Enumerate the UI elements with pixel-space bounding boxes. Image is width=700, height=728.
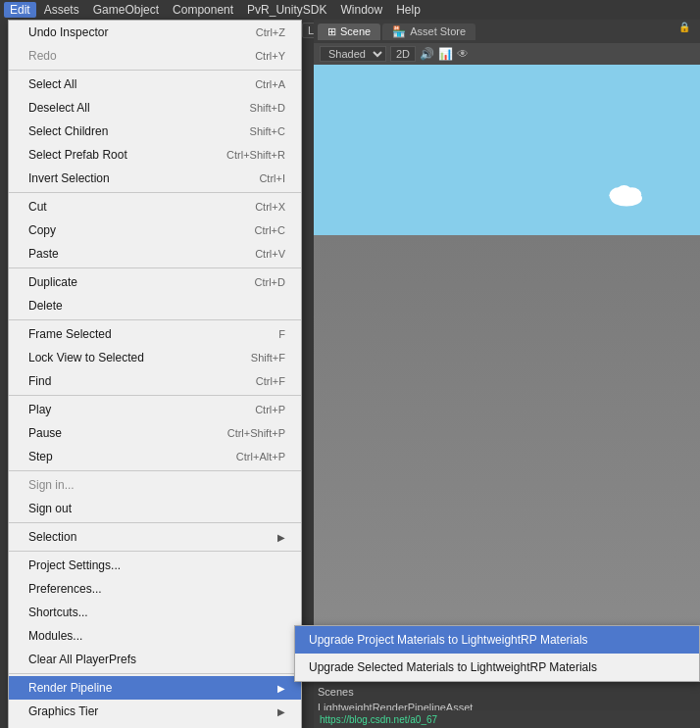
menu-item-find[interactable]: Find Ctrl+F (9, 369, 301, 393)
menu-item-invert-selection[interactable]: Invert Selection Ctrl+I (9, 167, 301, 190)
menu-item-lock-view-label: Lock View to Selected (28, 349, 144, 366)
menu-item-select-prefab-root-shortcut: Ctrl+Shift+R (226, 147, 285, 164)
tab-asset-store[interactable]: 🏪 Asset Store (382, 24, 475, 40)
menu-item-step[interactable]: Step Ctrl+Alt+P (9, 445, 301, 468)
menu-item-modules-label: Modules... (28, 627, 82, 645)
menu-item-paste[interactable]: Paste Ctrl+V (9, 242, 301, 266)
menu-item-redo-shortcut: Ctrl+Y (255, 48, 285, 65)
menu-item-play-label: Play (28, 401, 51, 418)
menu-item-sign-out[interactable]: Sign out (9, 497, 301, 520)
menu-item-cut[interactable]: Cut Ctrl+X (9, 195, 301, 218)
tab-scene[interactable]: ⊞ Scene (318, 24, 380, 40)
menu-component[interactable]: Component (167, 2, 239, 18)
separator-9 (9, 673, 301, 674)
submenu-item-upgrade-selected[interactable]: Upgrade Selected Materials to Lightweigh… (295, 654, 699, 681)
separator-5 (9, 395, 301, 396)
menu-item-cut-label: Cut (28, 198, 47, 216)
svg-point-3 (617, 185, 632, 199)
menu-item-pause[interactable]: Pause Ctrl+Shift+P (9, 421, 301, 445)
separator-2 (9, 192, 301, 193)
menu-item-undo-label: Undo Inspector (28, 24, 108, 41)
edit-dropdown-menu: Undo Inspector Ctrl+Z Redo Ctrl+Y Select… (8, 20, 302, 728)
menu-item-deselect-all[interactable]: Deselect All Shift+D (9, 96, 301, 120)
menu-item-select-prefab-root-label: Select Prefab Root (28, 146, 127, 164)
menu-item-undo-shortcut: Ctrl+Z (256, 24, 285, 41)
separator-6 (9, 470, 301, 471)
cloud-shape (607, 182, 646, 207)
gizmos-icon[interactable]: 👁 (457, 47, 469, 61)
menu-item-graphics-tier[interactable]: Graphics Tier ▶ (9, 700, 301, 723)
separator-8 (9, 551, 301, 552)
menu-item-sign-in[interactable]: Sign in... (9, 473, 301, 497)
menu-item-redo[interactable]: Redo Ctrl+Y (9, 44, 301, 68)
2d-button[interactable]: 2D (390, 46, 416, 62)
scene-panel-pin[interactable]: 🔒 (678, 22, 690, 32)
menu-item-snap-settings[interactable]: Snap Settings... (9, 723, 301, 728)
menu-item-clear-playerprefs-label: Clear All PlayerPrefs (28, 651, 136, 668)
render-pipeline-submenu: Upgrade Project Materials to Lightweight… (294, 625, 700, 682)
menu-item-redo-label: Redo (28, 47, 57, 65)
menu-item-selection-label: Selection (28, 528, 76, 546)
menu-edit[interactable]: Edit (4, 2, 36, 18)
menu-item-select-all-shortcut: Ctrl+A (255, 76, 285, 93)
menu-item-invert-selection-shortcut: Ctrl+I (259, 170, 285, 187)
menu-item-invert-selection-label: Invert Selection (28, 170, 110, 187)
separator-7 (9, 522, 301, 523)
menu-item-select-children-label: Select Children (28, 122, 108, 140)
menu-item-preferences-label: Preferences... (28, 580, 102, 598)
menu-item-shortcuts[interactable]: Shortcuts... (9, 601, 301, 624)
menu-item-deselect-all-label: Deselect All (28, 99, 90, 117)
scene-tab-icon: ⊞ (327, 25, 336, 38)
scene-tab-label: Scene (340, 25, 371, 37)
status-bar: https://blog.csdn.net/a0_67 (314, 710, 700, 728)
menu-item-lock-view-shortcut: Shift+F (251, 350, 285, 366)
menu-item-cut-shortcut: Ctrl+X (255, 199, 285, 216)
menu-item-select-children[interactable]: Select Children Shift+C (9, 120, 301, 143)
stats-icon[interactable]: 📊 (438, 47, 453, 61)
menu-item-step-label: Step (28, 448, 53, 465)
menu-item-project-settings-label: Project Settings... (28, 557, 121, 574)
menu-item-paste-shortcut: Ctrl+V (255, 246, 285, 263)
status-url: https://blog.csdn.net/a0_67 (320, 714, 437, 725)
menu-item-pause-label: Pause (28, 424, 62, 442)
menu-item-duplicate[interactable]: Duplicate Ctrl+D (9, 270, 301, 294)
menu-gameobject[interactable]: GameObject (87, 2, 165, 18)
menu-item-select-prefab-root[interactable]: Select Prefab Root Ctrl+Shift+R (9, 143, 301, 167)
scene-view (314, 65, 700, 633)
submenu-item-upgrade-project[interactable]: Upgrade Project Materials to Lightweight… (295, 626, 699, 654)
file-item-scenes: Scenes (318, 684, 696, 700)
menu-item-lock-view[interactable]: Lock View to Selected Shift+F (9, 346, 301, 369)
menu-item-project-settings[interactable]: Project Settings... (9, 554, 301, 577)
menu-item-undo[interactable]: Undo Inspector Ctrl+Z (9, 21, 301, 44)
menu-item-duplicate-shortcut: Ctrl+D (255, 274, 285, 291)
tabs-area: 🔒 ⊞ Scene 🏪 Asset Store Shaded 2D 🔊 📊 👁 (314, 20, 700, 65)
submenu-item-upgrade-project-label: Upgrade Project Materials to Lightweight… (309, 631, 588, 649)
shaded-select[interactable]: Shaded (320, 46, 386, 62)
menu-pvr[interactable]: PvR_UnitySDK (241, 2, 332, 18)
audio-icon[interactable]: 🔊 (420, 47, 434, 61)
menu-item-modules[interactable]: Modules... (9, 624, 301, 648)
menu-help[interactable]: Help (390, 2, 426, 18)
separator-1 (9, 70, 301, 71)
menu-item-selection[interactable]: Selection ▶ (9, 525, 301, 549)
menu-item-clear-playerprefs[interactable]: Clear All PlayerPrefs (9, 648, 301, 671)
menu-item-play[interactable]: Play Ctrl+P (9, 398, 301, 421)
menu-item-frame-selected[interactable]: Frame Selected F (9, 322, 301, 346)
menu-item-find-label: Find (28, 372, 51, 390)
asset-store-tab-icon: 🏪 (392, 25, 406, 38)
asset-store-tab-label: Asset Store (410, 25, 466, 37)
menu-item-shortcuts-label: Shortcuts... (28, 604, 88, 621)
menu-item-delete[interactable]: Delete (9, 294, 301, 317)
menu-item-copy-label: Copy (28, 221, 56, 239)
menu-item-sign-in-label: Sign in... (28, 476, 75, 494)
menu-item-select-all[interactable]: Select All Ctrl+A (9, 73, 301, 96)
submenu-item-upgrade-selected-label: Upgrade Selected Materials to Lightweigh… (309, 658, 597, 676)
menu-item-preferences[interactable]: Preferences... (9, 577, 301, 601)
menu-window[interactable]: Window (334, 2, 388, 18)
menu-item-render-pipeline[interactable]: Render Pipeline ▶ (9, 676, 301, 700)
separator-3 (9, 267, 301, 268)
separator-4 (9, 319, 301, 320)
menu-item-copy[interactable]: Copy Ctrl+C (9, 218, 301, 242)
menu-item-select-all-label: Select All (28, 75, 76, 93)
menu-assets[interactable]: Assets (38, 2, 85, 18)
